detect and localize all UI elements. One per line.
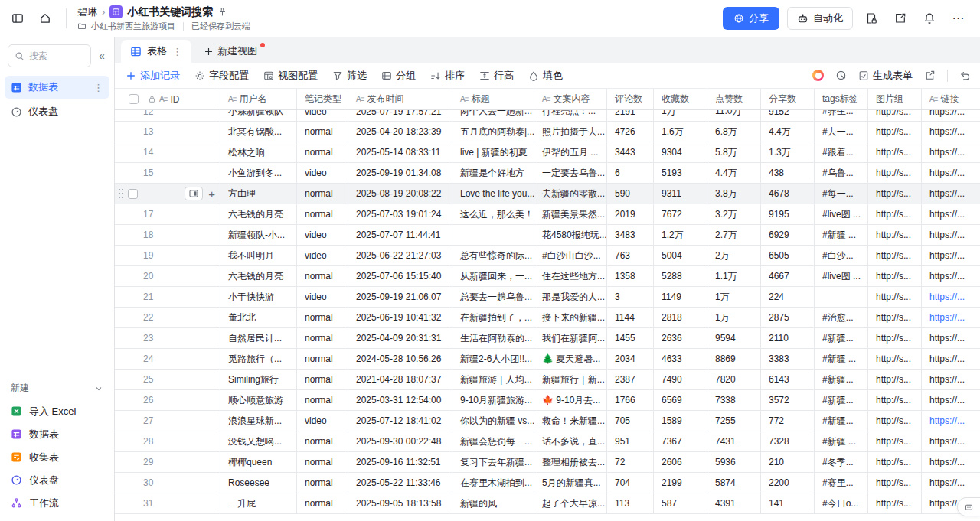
cell-content[interactable]: 那是我爱的人... <box>534 287 607 307</box>
cell-favorites[interactable]: 1589 <box>654 411 707 431</box>
column-header-username[interactable]: A≡用户名 <box>220 89 297 109</box>
cell-username[interactable]: 六毛钱的月亮 <box>220 266 297 286</box>
cell-images[interactable]: http://s... <box>868 266 922 286</box>
share-view-button[interactable] <box>924 70 936 81</box>
cell-favorites[interactable]: 1万 <box>654 110 707 122</box>
cell-publishtime[interactable]: 2025-07-06 15:15:40 <box>348 266 452 286</box>
cell-username[interactable]: 小森新疆领队 <box>220 110 297 122</box>
cell-notetype[interactable]: normal <box>297 370 348 389</box>
cell-comments[interactable]: 6 <box>607 163 654 183</box>
cell-title[interactable]: 新疆2-6人小团!!... <box>452 349 534 369</box>
cell-title[interactable]: 新疆会惩罚每一... <box>452 431 534 451</box>
cell-notetype[interactable]: normal <box>297 142 348 162</box>
cell-content[interactable]: 起了个大早凉... <box>534 493 607 513</box>
cell-notetype[interactable]: normal <box>297 308 348 327</box>
cell-tags[interactable]: #治愈... <box>815 308 868 327</box>
create-item-import-excel[interactable]: 导入 Excel <box>5 400 109 422</box>
expand-record-button[interactable] <box>185 187 203 200</box>
cell-link[interactable]: https://... <box>922 225 980 245</box>
cell-images[interactable]: http://s... <box>868 349 922 369</box>
generate-form-button[interactable]: 生成表单 <box>858 69 913 83</box>
cell-username[interactable]: 顺心顺意旅游 <box>220 390 297 410</box>
sort-button[interactable]: 排序 <box>430 69 465 83</box>
cell-title[interactable] <box>452 225 534 245</box>
cell-tags[interactable]: #乌鲁... <box>815 163 868 183</box>
create-item-workflow[interactable]: 工作流 <box>5 492 109 514</box>
create-item-dashboard[interactable]: 仪表盘 <box>5 469 109 491</box>
cell-shares[interactable]: 3383 <box>761 349 815 369</box>
cell-publishtime[interactable]: 2025-07-07 11:44:41 <box>348 225 452 245</box>
cell-title[interactable]: 在新疆拍到了，... <box>452 308 534 327</box>
table-row[interactable]: 23 + 自然居民计... normal 2025-04-09 20:31:31… <box>115 328 980 349</box>
cell-tags[interactable]: #每一... <box>815 184 868 204</box>
cell-content[interactable]: 新疆旅行｜新... <box>534 370 607 389</box>
cell-images[interactable]: http://s... <box>868 431 922 451</box>
cell-favorites[interactable]: 2606 <box>654 452 707 472</box>
field-config-button[interactable]: 字段配置 <box>194 69 249 83</box>
cell-username[interactable]: 六毛钱的月亮 <box>220 204 297 224</box>
column-header-tags[interactable]: tags标签 <box>815 89 868 109</box>
column-header-notetype[interactable]: 笔记类型 <box>297 89 348 109</box>
cell-tags[interactable]: #新疆 ... <box>815 431 868 451</box>
cell-tags[interactable]: #live图 ... <box>815 266 868 286</box>
cell-id[interactable]: 29 + <box>115 452 220 472</box>
cell-favorites[interactable]: 5004 <box>654 246 707 265</box>
cell-username[interactable]: 一升屁 <box>220 493 297 513</box>
cell-favorites[interactable]: 587 <box>654 493 707 513</box>
cell-images[interactable]: http://s... <box>868 473 922 493</box>
cell-shares[interactable]: 2875 <box>761 308 815 327</box>
cell-publishtime[interactable]: 2025-05-14 08:33:11 <box>348 142 452 162</box>
cell-title[interactable]: 新疆旅游｜人均... <box>452 370 534 389</box>
cell-favorites[interactable]: 5193 <box>654 163 707 183</box>
cell-link[interactable]: https://... <box>922 328 980 348</box>
table-row[interactable]: 18 + 新疆领队-小... video 2025-07-07 11:44:41… <box>115 225 980 246</box>
cell-images[interactable]: http://s... <box>868 493 922 513</box>
cell-tags[interactable]: #去一... <box>815 122 868 142</box>
cell-title[interactable]: 你以为的新疆 vs... <box>452 411 534 431</box>
cell-link[interactable]: https://... <box>922 266 980 286</box>
cell-title[interactable]: live | 新疆的初夏 <box>452 142 534 162</box>
table-row[interactable]: 30 + Roseesee normal 2025-05-22 11:33:46… <box>115 473 980 493</box>
cell-favorites[interactable]: 2199 <box>654 473 707 493</box>
cell-content[interactable]: 花4580报纯玩... <box>534 225 607 245</box>
cell-username[interactable]: 自然居民计... <box>220 328 297 348</box>
cell-id[interactable]: 25 + <box>115 370 220 389</box>
add-record-button[interactable]: 添加记录 <box>126 69 180 83</box>
cell-favorites[interactable]: 9311 <box>654 184 707 204</box>
cell-username[interactable]: 小鱼游到冬... <box>220 163 297 183</box>
cell-title[interactable]: 这么近，那么美！ <box>452 204 534 224</box>
cell-link[interactable]: https://... <box>922 163 980 183</box>
sidebar-toggle-button[interactable] <box>8 8 28 28</box>
cell-comments[interactable]: 763 <box>607 246 654 265</box>
cell-publishtime[interactable]: 2025-08-19 20:08:22 <box>348 184 452 204</box>
cell-shares[interactable]: 4678 <box>761 184 815 204</box>
cell-link[interactable]: https://... <box>922 246 980 265</box>
cell-link[interactable]: https://... <box>922 452 980 472</box>
cell-username[interactable]: 小于快快游 <box>220 287 297 307</box>
pin-icon[interactable] <box>217 7 227 17</box>
cell-comments[interactable]: 2019 <box>607 204 654 224</box>
cell-likes[interactable]: 3.2万 <box>707 204 761 224</box>
new-view-button[interactable]: 新建视图 <box>191 40 270 63</box>
cell-notetype[interactable]: video <box>297 225 348 245</box>
cell-id[interactable]: 12 + <box>115 110 220 122</box>
row-height-button[interactable]: 行高 <box>479 69 514 83</box>
create-item-datatable[interactable]: 数据表 <box>5 423 109 445</box>
cell-tags[interactable]: #新疆 ... <box>815 225 868 245</box>
cell-shares[interactable]: 1.3万 <box>761 142 815 162</box>
cell-content[interactable]: 接下来的新疆... <box>534 308 607 327</box>
collapse-sidebar-button[interactable]: « <box>94 50 109 62</box>
automation-button[interactable]: 自动化 <box>787 7 853 30</box>
cell-shares[interactable]: 772 <box>761 411 815 431</box>
cell-link[interactable]: https://... <box>922 473 980 493</box>
cell-id[interactable]: 27 + <box>115 411 220 431</box>
cell-images[interactable]: http://s... <box>868 110 922 122</box>
cell-shares[interactable]: 3572 <box>761 390 815 410</box>
cell-publishtime[interactable]: 2025-06-22 21:27:03 <box>348 246 452 265</box>
apps-button[interactable] <box>890 8 911 29</box>
cell-shares[interactable]: 4667 <box>761 266 815 286</box>
cell-publishtime[interactable]: 2025-04-20 18:23:39 <box>348 122 452 142</box>
cell-content[interactable]: 整理相册被去... <box>534 452 607 472</box>
table-row[interactable]: + 方由理 normal 2025-08-19 20:08:22 Love th… <box>115 184 980 204</box>
cell-notetype[interactable]: normal <box>297 122 348 142</box>
